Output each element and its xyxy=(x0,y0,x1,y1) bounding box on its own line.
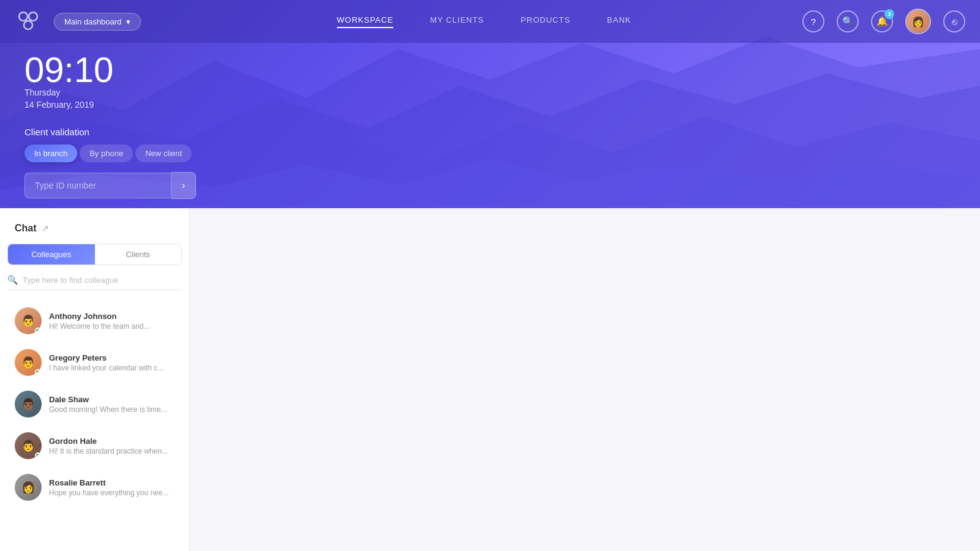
chat-contact-item[interactable]: 👨 Anthony Johnson Hi! Welcome to the tea… xyxy=(0,300,189,342)
contact-last-message: Good morning! When there is time... xyxy=(49,405,175,414)
avatar: 👨 xyxy=(15,432,42,459)
current-date: 14 February, 2019 xyxy=(24,100,196,110)
client-validation-title: Client validation xyxy=(24,127,196,137)
id-number-input[interactable] xyxy=(24,173,172,198)
client-validation-section: Client validation In branch By phone New… xyxy=(24,127,196,199)
id-submit-button[interactable]: › xyxy=(172,172,196,199)
contact-name: Gordon Hale xyxy=(49,437,175,446)
chat-panel: Chat ↗ Colleagues Clients 🔍 👨 Anthony Jo… xyxy=(0,208,190,551)
hero-content: 09:10 Thursday 14 February, 2019 Client … xyxy=(24,52,196,199)
main-navigation: WORKSPACE MY CLIENTS PRODUCTS BANK xyxy=(165,15,802,28)
svg-point-0 xyxy=(19,12,28,21)
top-navigation: Main dashboard ▾ WORKSPACE MY CLIENTS PR… xyxy=(0,0,980,43)
notifications-button[interactable]: 🔔 3 xyxy=(871,10,893,32)
chat-contact-item[interactable]: 👨🏾 Dale Shaw Good morning! When there is… xyxy=(0,383,189,425)
tab-in-branch[interactable]: In branch xyxy=(24,144,77,162)
workspace-area xyxy=(190,208,980,551)
chat-contact-list: 👨 Anthony Johnson Hi! Welcome to the tea… xyxy=(0,300,189,536)
main-content: Chat ↗ Colleagues Clients 🔍 👨 Anthony Jo… xyxy=(0,208,980,551)
nav-my-clients[interactable]: MY CLIENTS xyxy=(430,15,484,28)
app-logo[interactable] xyxy=(15,8,42,35)
search-icon: 🔍 xyxy=(7,275,18,285)
contact-info: Gregory Peters I have linked your calend… xyxy=(49,353,175,372)
chevron-down-icon: ▾ xyxy=(126,17,130,26)
id-input-row: › xyxy=(24,172,196,199)
avatar: 👨🏾 xyxy=(15,391,42,418)
svg-point-1 xyxy=(29,12,37,21)
colleague-search-input[interactable] xyxy=(23,276,182,285)
contact-name: Rosalie Barrett xyxy=(49,478,175,487)
tab-new-client[interactable]: New client xyxy=(135,144,192,162)
search-button[interactable]: 🔍 xyxy=(837,10,859,32)
chat-header: Chat ↗ xyxy=(0,223,189,244)
chat-contact-item[interactable]: 👨 Gregory Peters I have linked your cale… xyxy=(0,342,189,383)
expand-icon[interactable]: ↗ xyxy=(42,223,49,233)
nav-bank[interactable]: BANK xyxy=(607,15,631,28)
validation-tabs: In branch By phone New client xyxy=(24,144,196,162)
contact-info: Rosalie Barrett Hope you have everything… xyxy=(49,478,175,497)
notification-badge: 3 xyxy=(884,9,894,19)
contact-info: Gordon Hale Hi! It is the standard pract… xyxy=(49,437,175,455)
contact-name: Dale Shaw xyxy=(49,395,175,404)
avatar: 👨 xyxy=(15,307,42,334)
contact-last-message: Hi! It is the standard practice when... xyxy=(49,447,175,455)
current-time: 09:10 xyxy=(24,52,196,88)
tab-clients[interactable]: Clients xyxy=(95,244,182,264)
user-avatar-button[interactable]: 👩 xyxy=(905,9,931,34)
avatar: 👩 xyxy=(15,474,42,501)
chat-title: Chat xyxy=(15,223,37,234)
contact-last-message: I have linked your calendar with c... xyxy=(49,364,175,372)
chat-tabs: Colleagues Clients xyxy=(7,244,182,265)
help-icon: ? xyxy=(811,17,816,27)
chat-search: 🔍 xyxy=(7,275,182,290)
nav-workspace[interactable]: WORKSPACE xyxy=(337,15,394,28)
help-button[interactable]: ? xyxy=(802,10,824,32)
chat-contact-item[interactable]: 👩 Rosalie Barrett Hope you have everythi… xyxy=(0,467,189,508)
tab-colleagues[interactable]: Colleagues xyxy=(8,244,95,264)
svg-point-2 xyxy=(24,21,32,29)
online-status-dot xyxy=(35,452,41,459)
logout-icon: ⎋ xyxy=(952,17,957,27)
dashboard-selector[interactable]: Main dashboard ▾ xyxy=(54,13,141,31)
contact-name: Gregory Peters xyxy=(49,353,175,362)
contact-name: Anthony Johnson xyxy=(49,312,175,321)
header-actions: ? 🔍 🔔 3 👩 ⎋ xyxy=(802,9,965,34)
chevron-right-icon: › xyxy=(182,180,185,191)
online-status-dot xyxy=(35,328,41,334)
user-avatar-icon: 👩 xyxy=(912,16,924,28)
contact-last-message: Hope you have everything you nee... xyxy=(49,489,175,497)
online-status-dot xyxy=(35,369,41,375)
contact-last-message: Hi! Welcome to the team and... xyxy=(49,322,175,331)
avatar: 👨 xyxy=(15,349,42,376)
tab-by-phone[interactable]: By phone xyxy=(80,144,133,162)
nav-products[interactable]: PRODUCTS xyxy=(521,15,570,28)
contact-info: Anthony Johnson Hi! Welcome to the team … xyxy=(49,312,175,331)
contact-info: Dale Shaw Good morning! When there is ti… xyxy=(49,395,175,414)
logout-button[interactable]: ⎋ xyxy=(943,10,965,32)
dashboard-label: Main dashboard xyxy=(64,17,121,26)
search-icon: 🔍 xyxy=(842,16,854,27)
chat-contact-item[interactable]: 👨 Gordon Hale Hi! It is the standard pra… xyxy=(0,425,189,467)
